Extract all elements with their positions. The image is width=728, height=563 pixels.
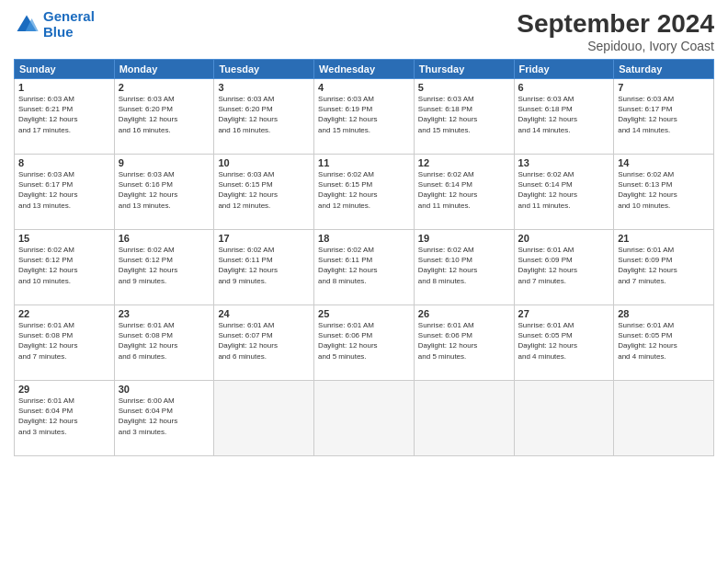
day-info: Sunrise: 6:03 AMSunset: 6:15 PMDaylight:…	[218, 169, 310, 211]
calendar-day-2: 2Sunrise: 6:03 AMSunset: 6:20 PMDaylight…	[114, 79, 214, 155]
weekday-header-monday: Monday	[114, 60, 214, 79]
day-info: Sunrise: 6:02 AMSunset: 6:13 PMDaylight:…	[618, 169, 710, 211]
day-number: 11	[318, 157, 410, 168]
day-number: 14	[618, 157, 710, 168]
weekday-header-row: SundayMondayTuesdayWednesdayThursdayFrid…	[15, 60, 714, 79]
day-number: 7	[618, 82, 710, 93]
day-info: Sunrise: 6:01 AMSunset: 6:09 PMDaylight:…	[518, 245, 610, 286]
day-number: 21	[618, 233, 710, 244]
day-info: Sunrise: 6:02 AMSunset: 6:12 PMDaylight:…	[18, 245, 110, 286]
calendar-day-10: 10Sunrise: 6:03 AMSunset: 6:15 PMDayligh…	[214, 155, 314, 230]
day-info: Sunrise: 6:01 AMSunset: 6:08 PMDaylight:…	[119, 320, 210, 362]
weekday-header-saturday: Saturday	[614, 60, 714, 79]
day-number: 1	[18, 82, 110, 93]
day-number: 6	[518, 82, 610, 93]
day-info: Sunrise: 6:03 AMSunset: 6:17 PMDaylight:…	[618, 94, 710, 135]
calendar: SundayMondayTuesdayWednesdayThursdayFrid…	[14, 59, 714, 456]
day-info: Sunrise: 6:03 AMSunset: 6:19 PMDaylight:…	[318, 94, 410, 135]
day-number: 28	[618, 308, 710, 319]
logo-icon	[14, 12, 40, 38]
day-info: Sunrise: 6:03 AMSunset: 6:21 PMDaylight:…	[18, 94, 110, 135]
calendar-day-17: 17Sunrise: 6:02 AMSunset: 6:11 PMDayligh…	[214, 230, 314, 305]
day-info: Sunrise: 6:02 AMSunset: 6:14 PMDaylight:…	[518, 169, 610, 211]
calendar-day-23: 23Sunrise: 6:01 AMSunset: 6:08 PMDayligh…	[114, 305, 214, 381]
weekday-header-tuesday: Tuesday	[214, 60, 314, 79]
day-number: 16	[119, 233, 210, 244]
day-number: 9	[119, 157, 210, 168]
day-info: Sunrise: 6:03 AMSunset: 6:20 PMDaylight:…	[218, 94, 310, 135]
calendar-week-row: 1Sunrise: 6:03 AMSunset: 6:21 PMDaylight…	[15, 79, 714, 155]
day-info: Sunrise: 6:01 AMSunset: 6:05 PMDaylight:…	[518, 320, 610, 362]
calendar-day-13: 13Sunrise: 6:02 AMSunset: 6:14 PMDayligh…	[514, 155, 614, 230]
calendar-day-20: 20Sunrise: 6:01 AMSunset: 6:09 PMDayligh…	[514, 230, 614, 305]
day-info: Sunrise: 6:01 AMSunset: 6:08 PMDaylight:…	[18, 320, 110, 362]
month-title: September 2024	[517, 9, 714, 39]
calendar-empty-cell	[514, 381, 614, 456]
day-info: Sunrise: 6:03 AMSunset: 6:17 PMDaylight:…	[18, 169, 110, 211]
calendar-day-6: 6Sunrise: 6:03 AMSunset: 6:18 PMDaylight…	[514, 79, 614, 155]
page: General Blue September 2024 Sepidouo, Iv…	[0, 0, 728, 563]
calendar-day-22: 22Sunrise: 6:01 AMSunset: 6:08 PMDayligh…	[15, 305, 115, 381]
day-info: Sunrise: 6:01 AMSunset: 6:06 PMDaylight:…	[418, 320, 510, 362]
calendar-week-row: 22Sunrise: 6:01 AMSunset: 6:08 PMDayligh…	[15, 305, 714, 381]
day-number: 20	[518, 233, 610, 244]
calendar-empty-cell	[214, 381, 314, 456]
day-info: Sunrise: 6:02 AMSunset: 6:15 PMDaylight:…	[318, 169, 410, 211]
day-number: 22	[18, 308, 110, 319]
day-info: Sunrise: 6:01 AMSunset: 6:07 PMDaylight:…	[218, 320, 310, 362]
logo-line2: Blue	[43, 25, 95, 40]
calendar-day-27: 27Sunrise: 6:01 AMSunset: 6:05 PMDayligh…	[514, 305, 614, 381]
calendar-day-18: 18Sunrise: 6:02 AMSunset: 6:11 PMDayligh…	[314, 230, 415, 305]
day-number: 12	[418, 157, 510, 168]
day-info: Sunrise: 6:03 AMSunset: 6:18 PMDaylight:…	[418, 94, 510, 135]
calendar-day-7: 7Sunrise: 6:03 AMSunset: 6:17 PMDaylight…	[614, 79, 714, 155]
day-info: Sunrise: 6:01 AMSunset: 6:05 PMDaylight:…	[618, 320, 710, 362]
day-number: 17	[218, 233, 310, 244]
weekday-header-wednesday: Wednesday	[314, 60, 415, 79]
calendar-day-26: 26Sunrise: 6:01 AMSunset: 6:06 PMDayligh…	[414, 305, 514, 381]
day-number: 15	[18, 233, 110, 244]
day-number: 24	[218, 308, 310, 319]
day-number: 5	[418, 82, 510, 93]
title-block: September 2024 Sepidouo, Ivory Coast	[517, 9, 714, 53]
day-info: Sunrise: 6:02 AMSunset: 6:14 PMDaylight:…	[418, 169, 510, 211]
day-info: Sunrise: 6:01 AMSunset: 6:04 PMDaylight:…	[18, 396, 110, 437]
calendar-day-12: 12Sunrise: 6:02 AMSunset: 6:14 PMDayligh…	[414, 155, 514, 230]
calendar-empty-cell	[414, 381, 514, 456]
calendar-day-25: 25Sunrise: 6:01 AMSunset: 6:06 PMDayligh…	[314, 305, 415, 381]
day-info: Sunrise: 6:02 AMSunset: 6:11 PMDaylight:…	[218, 245, 310, 286]
calendar-empty-cell	[314, 381, 415, 456]
day-info: Sunrise: 6:00 AMSunset: 6:04 PMDaylight:…	[119, 396, 210, 437]
day-number: 2	[119, 82, 210, 93]
calendar-week-row: 15Sunrise: 6:02 AMSunset: 6:12 PMDayligh…	[15, 230, 714, 305]
calendar-week-row: 8Sunrise: 6:03 AMSunset: 6:17 PMDaylight…	[15, 155, 714, 230]
calendar-day-19: 19Sunrise: 6:02 AMSunset: 6:10 PMDayligh…	[414, 230, 514, 305]
logo-line1: General	[43, 8, 95, 24]
calendar-week-row: 29Sunrise: 6:01 AMSunset: 6:04 PMDayligh…	[15, 381, 714, 456]
day-number: 8	[18, 157, 110, 168]
day-info: Sunrise: 6:01 AMSunset: 6:06 PMDaylight:…	[318, 320, 410, 362]
day-number: 13	[518, 157, 610, 168]
day-info: Sunrise: 6:03 AMSunset: 6:16 PMDaylight:…	[119, 169, 210, 211]
calendar-day-11: 11Sunrise: 6:02 AMSunset: 6:15 PMDayligh…	[314, 155, 415, 230]
day-number: 4	[318, 82, 410, 93]
logo: General Blue	[14, 9, 95, 40]
calendar-day-9: 9Sunrise: 6:03 AMSunset: 6:16 PMDaylight…	[114, 155, 214, 230]
day-info: Sunrise: 6:01 AMSunset: 6:09 PMDaylight:…	[618, 245, 710, 286]
calendar-day-4: 4Sunrise: 6:03 AMSunset: 6:19 PMDaylight…	[314, 79, 415, 155]
calendar-day-1: 1Sunrise: 6:03 AMSunset: 6:21 PMDaylight…	[15, 79, 115, 155]
day-number: 29	[18, 384, 110, 395]
day-number: 10	[218, 157, 310, 168]
day-number: 30	[119, 384, 210, 395]
calendar-day-29: 29Sunrise: 6:01 AMSunset: 6:04 PMDayligh…	[15, 381, 115, 456]
location-subtitle: Sepidouo, Ivory Coast	[517, 39, 714, 53]
calendar-day-5: 5Sunrise: 6:03 AMSunset: 6:18 PMDaylight…	[414, 79, 514, 155]
day-number: 25	[318, 308, 410, 319]
calendar-day-15: 15Sunrise: 6:02 AMSunset: 6:12 PMDayligh…	[15, 230, 115, 305]
day-info: Sunrise: 6:03 AMSunset: 6:18 PMDaylight:…	[518, 94, 610, 135]
calendar-day-14: 14Sunrise: 6:02 AMSunset: 6:13 PMDayligh…	[614, 155, 714, 230]
calendar-day-3: 3Sunrise: 6:03 AMSunset: 6:20 PMDaylight…	[214, 79, 314, 155]
calendar-day-8: 8Sunrise: 6:03 AMSunset: 6:17 PMDaylight…	[15, 155, 115, 230]
day-info: Sunrise: 6:02 AMSunset: 6:12 PMDaylight:…	[119, 245, 210, 286]
day-info: Sunrise: 6:02 AMSunset: 6:10 PMDaylight:…	[418, 245, 510, 286]
